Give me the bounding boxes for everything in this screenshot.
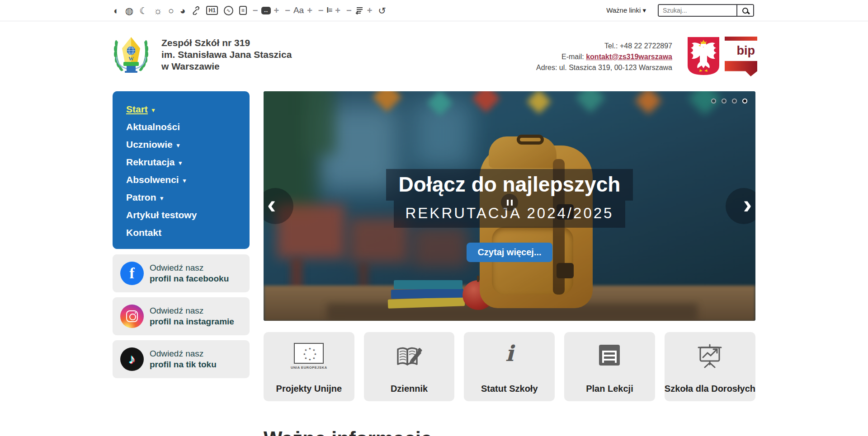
- search-input[interactable]: [659, 5, 736, 16]
- book-pencil-icon: [364, 346, 455, 369]
- saturation-icon[interactable]: ◕: [180, 6, 186, 15]
- info-icon: i: [464, 344, 555, 363]
- search-box: [658, 4, 754, 17]
- nav-item-absolwenci[interactable]: Absolwenci▾: [113, 171, 250, 188]
- hero-carousel: Dołącz do najlepszych REKRUTACJA 2024/20…: [264, 91, 755, 321]
- carousel-dot-4[interactable]: [742, 98, 747, 103]
- readable-font-icon[interactable]: ≡: [239, 6, 247, 15]
- brightness-icon[interactable]: ☼: [154, 6, 162, 15]
- grayscale-icon[interactable]: ○: [168, 6, 174, 15]
- instagram-icon: [120, 305, 144, 328]
- carousel-dot-1[interactable]: [711, 98, 716, 103]
- contrast-icon[interactable]: ◐: [113, 6, 119, 15]
- chevron-down-icon: ▾: [642, 6, 646, 14]
- nav-item-aktualnosci[interactable]: Aktualności: [113, 118, 250, 136]
- bip-top-stripe: [725, 37, 757, 41]
- font-size-decrease[interactable]: −: [285, 5, 290, 16]
- reset-accessibility-icon[interactable]: ↺: [378, 6, 386, 15]
- main-navigation: Start▾ Aktualności Uczniowie▾ Rekrutacja…: [113, 91, 250, 249]
- page: ◐ ◍ ☾ ☼ ○ ◕ H1 ∿ ≡ − ↔ + − Aa + −: [0, 0, 868, 436]
- bip-logo[interactable]: bip: [725, 37, 757, 76]
- read-more-button[interactable]: Czytaj więcej...: [467, 243, 552, 262]
- facebook-link[interactable]: f Odwiedź nasz profil na facebooku: [113, 254, 250, 292]
- dark-mode-icon[interactable]: ☾: [139, 6, 148, 15]
- section-heading: Ważne informacje: [264, 427, 432, 436]
- nav-item-start[interactable]: Start▾: [113, 100, 250, 118]
- email-link[interactable]: kontakt@zs319warszawa: [586, 53, 672, 61]
- important-links-dropdown[interactable]: Ważne linki ▾: [606, 6, 646, 14]
- line-height-increase[interactable]: +: [335, 5, 340, 16]
- presentation-chart-icon: [665, 344, 755, 369]
- letter-spacing-increase[interactable]: +: [367, 5, 373, 16]
- accessibility-toolbar: ◐ ◍ ☾ ☼ ○ ◕ H1 ∿ ≡ − ↔ + − Aa + −: [0, 0, 868, 21]
- animations-toggle-icon[interactable]: ∿: [224, 6, 233, 15]
- nav-item-uczniowie[interactable]: Uczniowie▾: [113, 136, 250, 153]
- search-button[interactable]: [736, 5, 753, 16]
- carousel-dot-3[interactable]: [732, 98, 737, 103]
- bip-bottom-flag: [725, 61, 757, 76]
- carousel-dots: [711, 98, 747, 103]
- social-links: f Odwiedź nasz profil na facebooku Odwie…: [113, 254, 250, 383]
- quicklink-plan-lekcji[interactable]: Plan Lekcji: [564, 332, 655, 401]
- invert-colors-icon[interactable]: ◍: [125, 6, 133, 15]
- content-width-decrease[interactable]: −: [253, 5, 258, 16]
- tiktok-icon: ♪: [120, 347, 144, 371]
- line-height-icon[interactable]: I≡: [327, 6, 332, 14]
- letter-spacing-decrease[interactable]: −: [346, 5, 352, 16]
- headings-icon[interactable]: H1: [206, 6, 217, 15]
- svg-text:W: W: [128, 56, 134, 62]
- letter-spacing-icon[interactable]: [355, 6, 364, 14]
- quicklink-dziennik[interactable]: Dziennik: [364, 332, 455, 401]
- facebook-icon: f: [120, 262, 144, 285]
- font-size-icon[interactable]: Aa: [293, 5, 304, 15]
- chevron-down-icon: ▾: [177, 141, 180, 149]
- chevron-down-icon: ▾: [160, 193, 164, 202]
- contact-info: Tel.: +48 22 2722897 E-mail: kontakt@zs3…: [536, 41, 672, 73]
- instagram-link[interactable]: Odwiedź nasz profil na instagramie: [113, 297, 250, 335]
- quicklinks-row: ★★ ★★ ★★ ★★ UNIA EUROPEJSKA Projekty Uni…: [264, 332, 755, 401]
- eu-flag-icon: ★★ ★★ ★★ ★★ UNIA EUROPEJSKA: [264, 343, 354, 370]
- content-width-icon[interactable]: ↔: [261, 7, 271, 14]
- quicklink-szkola-dla-doroslych[interactable]: Szkoła dla Dorosłych: [665, 332, 755, 401]
- highlight-links-icon[interactable]: [191, 6, 200, 15]
- line-height-decrease[interactable]: −: [318, 5, 324, 16]
- nav-item-rekrutacja[interactable]: Rekrutacja▾: [113, 153, 250, 171]
- chevron-down-icon: ▾: [152, 105, 155, 113]
- carousel-pause-button[interactable]: [501, 194, 518, 211]
- chevron-down-icon: ▾: [183, 176, 186, 184]
- accessibility-controls: ◐ ◍ ☾ ☼ ○ ◕ H1 ∿ ≡ − ↔ + − Aa + −: [113, 5, 386, 16]
- school-name: Zespół Szkół nr 319 im. Stanisława Jana …: [161, 37, 292, 72]
- tiktok-link[interactable]: ♪ Odwiedź nasz profil na tik toku: [113, 340, 250, 378]
- schedule-icon: [564, 345, 655, 366]
- bip-label: bip: [725, 41, 757, 61]
- font-size-increase[interactable]: +: [307, 5, 312, 16]
- nav-item-patron[interactable]: Patron▾: [113, 188, 250, 206]
- nav-item-kontakt[interactable]: Kontakt: [113, 224, 250, 241]
- search-icon: [742, 8, 748, 14]
- phone-number: Tel.: +48 22 2722897: [536, 41, 672, 52]
- chevron-down-icon: ▾: [179, 158, 182, 166]
- school-logo: W: [111, 33, 151, 80]
- quicklink-projekty-unijne[interactable]: ★★ ★★ ★★ ★★ UNIA EUROPEJSKA Projekty Uni…: [264, 332, 354, 401]
- address: Adres: ul. Staszica 319, 00-123 Warszawa: [536, 62, 672, 73]
- nav-item-artykul-testowy[interactable]: Artykuł testowy: [113, 206, 250, 224]
- carousel-dot-2[interactable]: [722, 98, 726, 103]
- poland-coat-of-arms: [686, 36, 721, 78]
- content-width-increase[interactable]: +: [274, 5, 279, 16]
- quicklink-statut-szkoly[interactable]: i Statut Szkoły: [464, 332, 555, 401]
